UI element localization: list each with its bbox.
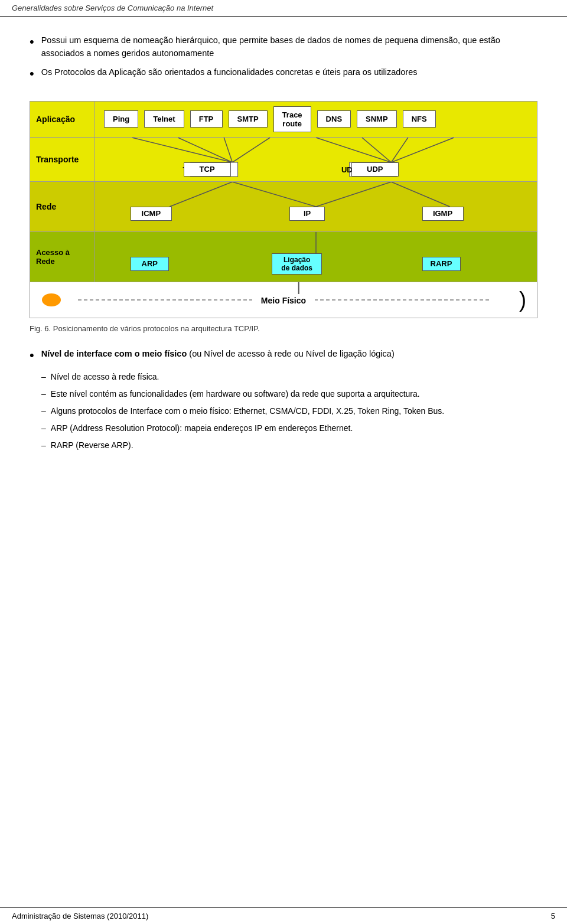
dash-item-2: – Alguns protocolos de Interface com o m… bbox=[30, 405, 537, 417]
bullet-text-1: Possui um esquema de nomeação hierárquic… bbox=[41, 34, 537, 60]
dash-text-4: RARP (Reverse ARP). bbox=[51, 439, 133, 452]
layer-acesso: Acesso à Rede ARP Ligaçãode dados RARP bbox=[30, 232, 537, 282]
svg-line-14 bbox=[316, 182, 391, 207]
proto-udp: UDP bbox=[351, 162, 399, 177]
layer-acesso-label: Acesso à Rede bbox=[30, 232, 95, 282]
dash-text-1: Este nível contém as funcionalidades (em… bbox=[51, 388, 420, 400]
dash-item-0: – Nível de acesso à rede física. bbox=[30, 371, 537, 383]
nivel-interface-bold: Nível de interface com o meio físico bbox=[41, 349, 187, 358]
dash-2: – bbox=[41, 405, 46, 417]
proto-smtp: SMTP bbox=[229, 110, 268, 128]
nivel-interface-text: Nível de interface com o meio físico (ou… bbox=[41, 348, 395, 361]
nivel-interface-header: • Nível de interface com o meio físico (… bbox=[30, 348, 537, 365]
bullet-item-1: • Possui um esquema de nomeação hierárqu… bbox=[30, 34, 537, 60]
proto-arp: ARP bbox=[131, 257, 169, 271]
layer-acesso-content: ARP Ligaçãode dados RARP bbox=[95, 232, 537, 282]
proto-ftp: FTP bbox=[190, 110, 223, 128]
meio-paren: ) bbox=[519, 289, 526, 311]
meio-line: Meio Físico bbox=[78, 299, 488, 301]
svg-line-0 bbox=[132, 138, 232, 162]
proto-rarp: RARP bbox=[422, 257, 461, 271]
proto-icmp: ICMP bbox=[131, 207, 172, 221]
layer-transporte-content: TCP UDP TCP UDP bbox=[95, 138, 537, 181]
proto-snmp: SNMP bbox=[357, 110, 397, 128]
proto-ip: IP bbox=[289, 207, 325, 221]
dash-0: – bbox=[41, 371, 46, 383]
dash-1: – bbox=[41, 388, 46, 400]
layer-rede: Rede ICMP IP IGMP bbox=[30, 182, 537, 232]
proto-igmp: IGMP bbox=[422, 207, 464, 221]
dash-text-3: ARP (Address Resolution Protocol): mapei… bbox=[51, 422, 353, 435]
bullet-item-2: • Os Protocolos da Aplicação são orienta… bbox=[30, 66, 537, 83]
layer-meio-fisico: Meio Físico ) bbox=[30, 282, 537, 318]
dash-text-2: Alguns protocolos de Interface com o mei… bbox=[51, 405, 444, 417]
layer-aplicacao-content: Ping Telnet FTP SMTP Traceroute DNS SNMP… bbox=[95, 102, 537, 137]
layer-transporte-label: Transporte bbox=[30, 138, 95, 181]
svg-line-13 bbox=[232, 182, 316, 207]
proto-ping: Ping bbox=[104, 110, 138, 128]
footer-right: 5 bbox=[551, 912, 555, 920]
layer-aplicacao: Aplicação Ping Telnet FTP SMTP Tracerout… bbox=[30, 102, 537, 138]
footer-left: Administração de Sistemas (2010/2011) bbox=[12, 912, 148, 920]
layer-aplicacao-label: Aplicação bbox=[30, 102, 95, 137]
bullet-dot-1: • bbox=[30, 32, 34, 51]
svg-line-12 bbox=[170, 182, 232, 207]
svg-line-3 bbox=[232, 138, 270, 162]
proto-tcp: TCP bbox=[184, 162, 231, 177]
meio-fisico-text: Meio Físico bbox=[252, 296, 315, 305]
svg-line-4 bbox=[316, 138, 391, 162]
dash-item-4: – RARP (Reverse ARP). bbox=[30, 439, 537, 452]
intro-bullets: • Possui um esquema de nomeação hierárqu… bbox=[30, 34, 537, 83]
svg-line-15 bbox=[391, 182, 449, 207]
bullet-text-2: Os Protocolos da Aplicação são orientado… bbox=[41, 66, 418, 79]
dash-3: – bbox=[41, 422, 46, 435]
layer-rede-label: Rede bbox=[30, 182, 95, 231]
meio-oval bbox=[42, 293, 61, 306]
page-header: Generalidades sobre Serviços de Comunica… bbox=[0, 0, 567, 17]
protocol-diagram: Aplicação Ping Telnet FTP SMTP Tracerout… bbox=[30, 101, 537, 318]
rede-svg bbox=[107, 182, 525, 229]
proto-trace: Traceroute bbox=[273, 106, 311, 132]
layer-rede-content: ICMP IP IGMP bbox=[95, 182, 537, 231]
bullet-dot-2: • bbox=[30, 64, 34, 83]
svg-line-5 bbox=[362, 138, 392, 162]
main-content: • Possui um esquema de nomeação hierárqu… bbox=[0, 17, 567, 492]
dash-text-0: Nível de acesso à rede física. bbox=[51, 371, 159, 383]
nivel-bullet-dot: • bbox=[30, 345, 34, 365]
header-title: Generalidades sobre Serviços de Comunica… bbox=[12, 4, 213, 12]
transporte-svg: TCP UDP bbox=[107, 138, 525, 179]
dash-4: – bbox=[41, 439, 46, 452]
layer-transporte: Transporte bbox=[30, 138, 537, 182]
dash-item-3: – ARP (Address Resolution Protocol): map… bbox=[30, 422, 537, 435]
svg-line-1 bbox=[178, 138, 232, 162]
proto-dns: DNS bbox=[317, 110, 351, 128]
proto-nfs: NFS bbox=[403, 110, 436, 128]
fig-caption: Fig. 6. Posicionamento de vários protoco… bbox=[30, 324, 537, 333]
lower-section: • Nível de interface com o meio físico (… bbox=[30, 348, 537, 452]
dash-item-1: – Este nível contém as funcionalidades (… bbox=[30, 388, 537, 400]
page-footer: Administração de Sistemas (2010/2011) 5 bbox=[0, 907, 567, 924]
svg-line-7 bbox=[391, 138, 454, 162]
proto-telnet: Telnet bbox=[144, 110, 184, 128]
nivel-interface-detail: (ou Nível de acesso à rede ou Nível de l… bbox=[189, 349, 394, 358]
proto-ligacao: Ligaçãode dados bbox=[272, 253, 322, 275]
